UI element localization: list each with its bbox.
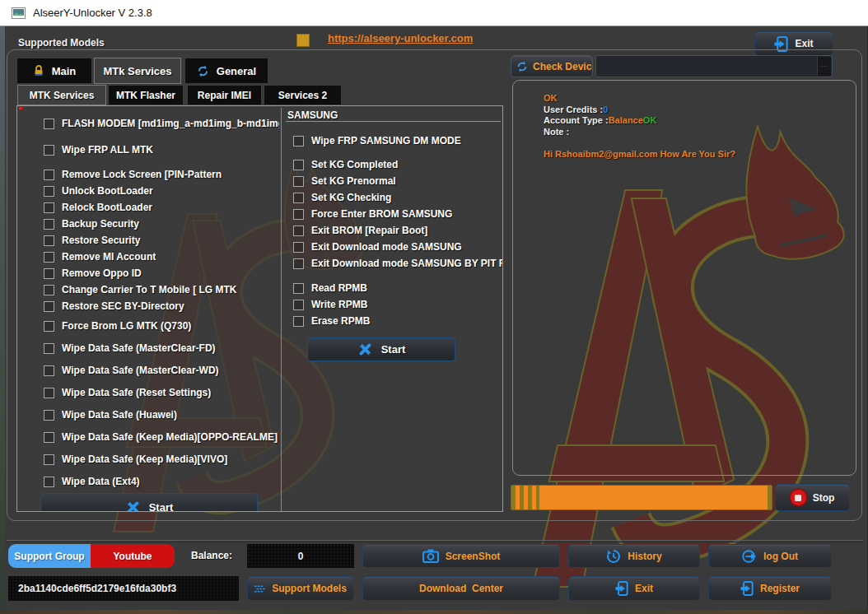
mtk-start-button[interactable]: Start: [40, 493, 258, 512]
support-group-button[interactable]: Support Group: [8, 544, 91, 568]
checkbox-row[interactable]: Wipe Data Safe (Keep Media)[VIVO]: [44, 453, 279, 466]
mtk-service-list: FLASH MODEM [md1img_a-md1img_b-md1img ] …: [44, 117, 279, 497]
camera-icon: [422, 549, 439, 563]
register-button[interactable]: Register: [708, 576, 832, 601]
checkbox-row[interactable]: Remove Oppo ID: [44, 267, 279, 280]
exit-button-footer[interactable]: Exit: [568, 576, 700, 601]
logout-button[interactable]: log Out: [708, 544, 832, 568]
checkbox[interactable]: [44, 268, 54, 279]
checkbox[interactable]: [44, 119, 54, 129]
checkbox[interactable]: [293, 300, 304, 310]
samsung-start-button[interactable]: Start: [307, 337, 455, 361]
checkbox[interactable]: [293, 316, 304, 327]
logout-label: log Out: [763, 551, 798, 562]
checkbox[interactable]: [44, 202, 54, 213]
tab-repair-imei[interactable]: Repair IMEI: [187, 85, 262, 105]
checkbox[interactable]: [44, 477, 54, 487]
status-account: Account Type :BalanceOK: [544, 115, 735, 127]
checkbox-row[interactable]: Set KG Checking: [293, 191, 499, 204]
device-select[interactable]: ⋯: [595, 55, 833, 77]
checkbox[interactable]: [44, 252, 54, 263]
checkbox[interactable]: [293, 136, 304, 147]
checkbox[interactable]: [293, 193, 304, 203]
website-link[interactable]: https://alseery-unlocker.com: [328, 32, 473, 44]
checkbox-row[interactable]: Backup Security: [44, 217, 279, 230]
checkbox-row[interactable]: Wipe Data Safe (MasterClear-WD): [44, 364, 279, 377]
checkbox[interactable]: [44, 235, 54, 246]
checkbox[interactable]: [44, 365, 54, 376]
checkbox-row[interactable]: Change Carrier To T Mobile [ LG MTK: [44, 283, 279, 296]
checkbox-label: Exit Download mode SAMSUNG BY PIT File: [311, 258, 503, 269]
checkbox-row[interactable]: Wipe Data (Ext4): [44, 475, 279, 488]
checkbox[interactable]: [293, 242, 304, 253]
checkbox-row[interactable]: Exit BROM [Repair Boot]: [293, 224, 499, 237]
checkbox[interactable]: [44, 145, 54, 156]
checkbox-row[interactable]: Restore Security: [44, 234, 279, 247]
checkbox-row[interactable]: Remove MI Account: [44, 250, 279, 263]
tab-mtk-services[interactable]: MTk Services: [94, 58, 181, 84]
checkbox[interactable]: [44, 186, 54, 197]
checkbox[interactable]: [44, 410, 54, 421]
checkbox-row[interactable]: Exit Download mode SAMSUNG BY PIT File: [293, 257, 499, 270]
serial-field[interactable]: 2ba1140cde6ff5d2179e16fda30bf3: [8, 576, 239, 601]
checkbox-row[interactable]: Wipe Data Safe (Keep Media)[OPPO-REALME]: [44, 430, 279, 444]
history-button[interactable]: History: [568, 544, 700, 568]
checkbox-row[interactable]: Wipe FRP ALL MTK: [44, 143, 279, 156]
checkbox-row[interactable]: Unlock BootLoader: [44, 184, 279, 198]
checkbox[interactable]: [293, 258, 304, 269]
youtube-button[interactable]: Youtube: [91, 544, 175, 568]
tab-mtk-flasher[interactable]: MTK Flasher: [108, 85, 184, 105]
tab-main[interactable]: Main: [16, 58, 92, 84]
footer-separator-shadow: [7, 542, 863, 542]
checkbox-row[interactable]: Remove Lock Screen [PIN-Pattern: [44, 168, 279, 181]
supported-models-caption: Supported Models: [18, 37, 105, 49]
tab-mtk-services-sub[interactable]: MTK Services: [17, 85, 106, 105]
combo-dropdown-button[interactable]: ⋯: [817, 57, 831, 76]
checkbox[interactable]: [44, 219, 54, 230]
tab-general[interactable]: General: [184, 58, 268, 84]
checkbox-label: Wipe Data Safe (Keep Media)[VIVO]: [62, 454, 227, 465]
checkbox[interactable]: [44, 301, 54, 312]
checkbox[interactable]: [293, 176, 304, 187]
checkbox[interactable]: [44, 343, 54, 354]
register-label: Register: [760, 583, 800, 594]
checkbox-label: Wipe FRP SAMSUNG DM MODE: [311, 135, 461, 147]
checkbox[interactable]: [293, 160, 304, 170]
checkbox-label: Unlock BootLoader: [62, 185, 153, 197]
support-models-button[interactable]: Support Models: [247, 576, 354, 601]
checkbox-row[interactable]: Set KG Prenormal: [293, 174, 499, 188]
checkbox[interactable]: [44, 170, 54, 180]
tab-label: Repair IMEI: [198, 90, 251, 101]
checkbox-row[interactable]: Read RPMB: [293, 281, 499, 295]
checkbox[interactable]: [293, 283, 304, 294]
checkbox-row[interactable]: FLASH MODEM [md1img_a-md1img_b-md1img ]: [44, 117, 279, 130]
checkbox[interactable]: [44, 454, 54, 465]
check-devices-button[interactable]: Check Devices: [511, 55, 593, 77]
checkbox-row[interactable]: Write RPMB: [293, 298, 499, 311]
download-center-button[interactable]: Download Center: [362, 576, 560, 601]
checkbox[interactable]: [44, 432, 54, 443]
checkbox[interactable]: [293, 209, 304, 220]
checkbox[interactable]: [44, 321, 54, 332]
checkbox[interactable]: [293, 226, 304, 236]
stop-button[interactable]: Stop: [775, 484, 850, 511]
checkbox[interactable]: [44, 388, 54, 398]
checkbox-row[interactable]: Exit Download mode SAMSUNG: [293, 240, 499, 254]
checkbox-row[interactable]: Set KG Completed: [293, 158, 499, 171]
tab-label: MTK Services: [30, 90, 95, 101]
screenshot-button[interactable]: ScreenShot: [362, 544, 560, 568]
app-window: AlseerY-Unlocker V 2.3.8 – □ ✕ Supported…: [0, 0, 868, 614]
checkbox-row[interactable]: Restore SEC BY-Directory: [44, 300, 279, 313]
checkbox-row[interactable]: Wipe Data Safe (Huawei): [44, 408, 279, 421]
checkbox-label: Wipe Data Safe (MasterClear-FD): [62, 342, 216, 354]
checkbox-row[interactable]: Wipe Data Safe (Reset Settings): [44, 386, 279, 399]
checkbox-row[interactable]: Force Enter BROM SAMSUNG: [293, 207, 499, 221]
checkbox[interactable]: [44, 285, 54, 295]
checkbox-row[interactable]: Wipe FRP SAMSUNG DM MODE: [293, 134, 499, 147]
tab-services-2[interactable]: Services 2: [264, 85, 342, 105]
checkbox-row[interactable]: Relock BootLoader: [44, 201, 279, 214]
checkbox-row[interactable]: Wipe Data Safe (MasterClear-FD): [44, 342, 279, 355]
checkbox-row[interactable]: Force Brom LG MTK (Q730): [44, 319, 279, 333]
checkbox-row[interactable]: Erase RPMB: [293, 314, 499, 328]
balance-value: 0: [247, 544, 354, 568]
